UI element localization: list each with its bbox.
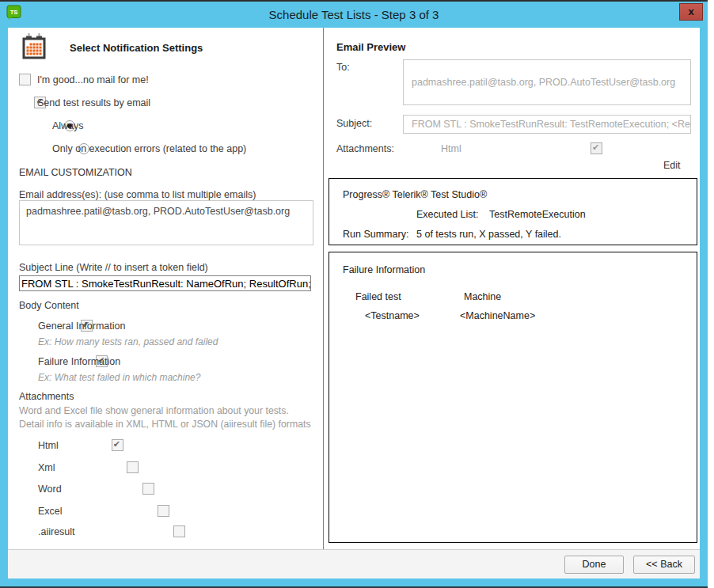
- subject-line-label: Subject Line (Write // to insert a token…: [19, 262, 208, 274]
- general-info-label[interactable]: General Information: [38, 321, 125, 332]
- email-addresses-input[interactable]: padmashree.patil@tasb.org, PROD.AutoTest…: [19, 200, 313, 245]
- back-button[interactable]: << Back: [633, 556, 695, 574]
- failure-preview-box: Failure Information Failed test Machine …: [329, 252, 697, 543]
- close-icon: x: [688, 6, 693, 17]
- subject-preview-field: FROM STL : SmokeTestRunResult: TestRemot…: [403, 115, 691, 134]
- failed-test-column-header: Failed test: [355, 291, 401, 302]
- subject-line-input[interactable]: FROM STL : SmokeTestRunResult: NameOfRun…: [19, 275, 311, 291]
- format-html-checkbox[interactable]: [112, 439, 123, 451]
- email-addresses-value: padmashree.patil@tasb.org, PROD.AutoTest…: [26, 206, 290, 217]
- attachments-description: Word and Excel file show general informa…: [19, 404, 313, 431]
- format-aiiresult-checkbox[interactable]: [173, 525, 185, 537]
- edit-link[interactable]: Edit: [663, 160, 681, 171]
- window-bottom-edge: [0, 579, 708, 586]
- to-label: To:: [336, 62, 350, 74]
- attachments-preview-label: Attachments:: [336, 143, 394, 155]
- svg-text:TS: TS: [10, 9, 18, 16]
- window-left-edge: [0, 28, 8, 579]
- email-addresses-label: Email address(es): (use comma to list mu…: [19, 189, 256, 201]
- executed-list-label: Executed List:: [416, 209, 479, 220]
- schedule-test-lists-dialog: Schedule Test Lists - Step 3 of 3 TS x S…: [0, 0, 708, 588]
- panel-divider: [323, 28, 324, 549]
- subject-line-value: FROM STL : SmokeTestRunResult: NameOfRun…: [21, 278, 311, 290]
- testname-placeholder: <Testname>: [365, 310, 420, 321]
- failure-info-label[interactable]: Failure Information: [38, 356, 120, 368]
- machine-column-header: Machine: [464, 291, 501, 302]
- format-html-label[interactable]: Html: [38, 440, 59, 452]
- done-button[interactable]: Done: [564, 556, 624, 574]
- format-word-checkbox[interactable]: [142, 483, 154, 495]
- format-xml-checkbox[interactable]: [127, 461, 139, 473]
- no-mail-checkbox[interactable]: [19, 74, 31, 85]
- format-excel-checkbox[interactable]: [158, 505, 169, 517]
- subject-preview-label: Subject:: [336, 118, 372, 130]
- run-summary-label: Run Summary:: [343, 229, 408, 240]
- no-mail-label[interactable]: I'm good...no mail for me!: [37, 74, 149, 86]
- test-studio-icon: TS: [6, 5, 21, 20]
- to-preview-field: padmashree.patil@tasb.org, PROD.AutoTest…: [403, 59, 691, 105]
- send-results-label[interactable]: Send test results by email: [37, 97, 150, 109]
- body-content-heading: Body Content: [19, 300, 79, 312]
- subject-preview-value: FROM STL : SmokeTestRunResult: TestRemot…: [412, 119, 691, 130]
- executed-list-value: TestRemoteExecution: [489, 209, 586, 220]
- failure-info-hint: Ex: What test failed in which machine?: [38, 372, 200, 383]
- format-aiiresult-label[interactable]: .aiiresult: [38, 526, 75, 538]
- attachments-preview-checkbox: [591, 142, 602, 154]
- format-xml-label[interactable]: Xml: [38, 462, 55, 474]
- title-bar[interactable]: Schedule Test Lists - Step 3 of 3: [0, 2, 708, 28]
- only-errors-radio-label[interactable]: Only on execution errors (related to the…: [52, 143, 246, 155]
- to-preview-value: padmashree.patil@tasb.org, PROD.AutoTest…: [412, 77, 675, 88]
- machinename-placeholder: <MachineName>: [460, 310, 535, 321]
- format-excel-label[interactable]: Excel: [38, 506, 63, 518]
- run-summary-value: 5 of tests run, X passed, Y failed.: [416, 229, 561, 240]
- product-name: Progress® Telerik® Test Studio®: [343, 189, 487, 200]
- failure-box-heading: Failure Information: [343, 264, 425, 275]
- attachments-heading: Attachments: [19, 391, 74, 403]
- close-button[interactable]: x: [679, 3, 703, 21]
- always-radio-label[interactable]: Always: [52, 120, 84, 132]
- window-title: Schedule Test Lists - Step 3 of 3: [269, 8, 439, 21]
- window-right-edge: [700, 28, 708, 579]
- left-panel-heading: Select Notification Settings: [70, 42, 203, 54]
- summary-preview-box: Progress® Telerik® Test Studio® Executed…: [329, 178, 697, 245]
- attachments-preview-value: Html: [441, 143, 461, 155]
- general-info-hint: Ex: How many tests ran, passed and faile…: [38, 336, 218, 347]
- email-preview-heading: Email Preview: [336, 41, 405, 53]
- format-word-label[interactable]: Word: [38, 484, 62, 495]
- email-customization-heading: EMAIL CUSTOMIZATION: [19, 167, 132, 178]
- calendar-icon: [22, 33, 46, 60]
